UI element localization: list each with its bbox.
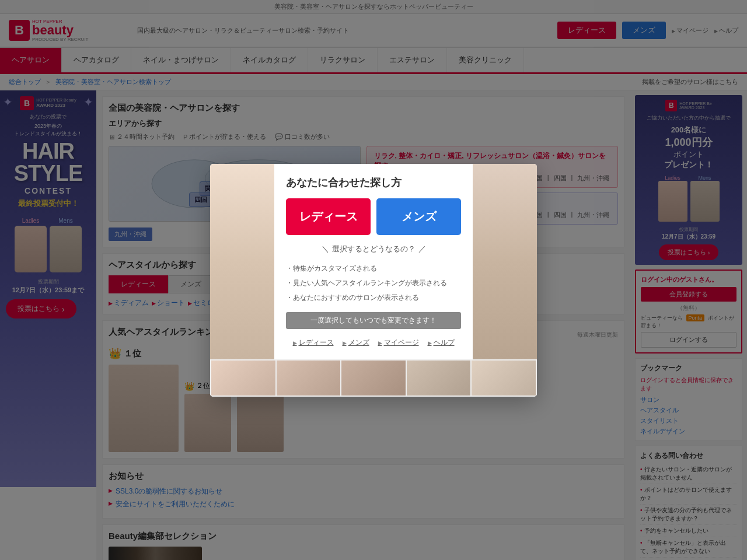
- modal-benefits: 特集がカスタマイズされる 見たい人気ヘアスタイルランキングが表示される あなたに…: [286, 261, 461, 305]
- modal-footer-links: レディース メンズ マイページ ヘルプ: [286, 338, 461, 348]
- modal-content: あなたに合わせた探し方 レディース メンズ 選択するとどうなるの？ 特集がカスタ…: [274, 164, 473, 359]
- modal-ladies-button[interactable]: レディース: [286, 198, 371, 235]
- modal-benefit-1: 特集がカスタマイズされる: [286, 261, 461, 276]
- modal-overlay[interactable]: × あなたに合わせた探し方 レディース メンズ 選択するとどうなるの？ 特集がカ…: [0, 0, 747, 560]
- modal-benefit-2: 見たい人気ヘアスタイルランキングが表示される: [286, 276, 461, 290]
- modal-photo-left: [210, 164, 274, 359]
- modal-man-photo: [473, 164, 537, 359]
- modal-select-note: 選択するとどうなるの？: [286, 244, 461, 254]
- modal-title: あなたに合わせた探し方: [286, 176, 461, 190]
- grid-photo-3: [341, 360, 406, 396]
- modal-photo-right: [473, 164, 537, 359]
- modal-link-help[interactable]: ヘルプ: [428, 338, 455, 348]
- modal: × あなたに合わせた探し方 レディース メンズ 選択するとどうなるの？ 特集がカ…: [210, 164, 537, 397]
- grid-photo-4: [407, 360, 471, 396]
- grid-photo-5: [472, 360, 536, 396]
- modal-link-ladies[interactable]: レディース: [293, 338, 334, 348]
- modal-gender-buttons: レディース メンズ: [286, 198, 461, 235]
- modal-mens-button[interactable]: メンズ: [376, 198, 461, 235]
- modal-with-photos: あなたに合わせた探し方 レディース メンズ 選択するとどうなるの？ 特集がカスタ…: [210, 164, 537, 359]
- modal-link-mypage[interactable]: マイページ: [378, 338, 419, 348]
- modal-lady-photo: [210, 164, 274, 359]
- modal-change-note: 一度選択してもいつでも変更できます！: [286, 312, 461, 329]
- modal-photo-grid: [210, 359, 537, 397]
- grid-photo-1: [211, 360, 275, 396]
- modal-link-mens[interactable]: メンズ: [343, 338, 369, 348]
- grid-photo-2: [277, 360, 341, 396]
- modal-benefit-3: あなたにおすすめのサロンが表示される: [286, 290, 461, 305]
